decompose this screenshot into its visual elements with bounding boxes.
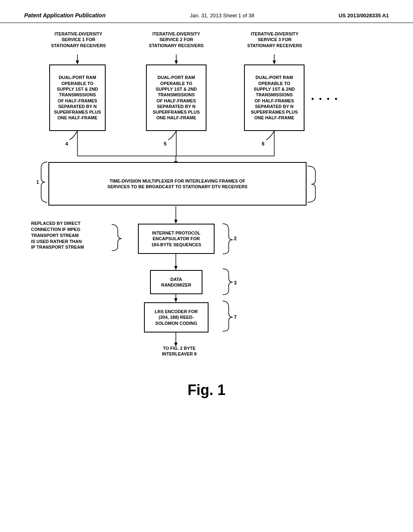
number-4-label: 4 bbox=[65, 141, 68, 147]
publication-label: Patent Application Publication bbox=[24, 12, 106, 19]
number-6-label: 6 bbox=[262, 141, 265, 147]
service1-label: ITERATIVE-DIVERSITYSERVICE 1 FORSTATIONA… bbox=[49, 31, 108, 48]
ellipsis-dots: • • • • bbox=[311, 95, 339, 103]
number-7-label: 7 bbox=[234, 314, 237, 320]
svg-marker-15 bbox=[174, 266, 177, 270]
date-sheet-label: Jan. 31, 2013 Sheet 1 of 38 bbox=[190, 12, 254, 19]
svg-marker-17 bbox=[174, 298, 177, 302]
figure-caption: Fig. 1 bbox=[154, 382, 259, 399]
lrs-encoder-box: LRS ENCODER FOR(204, 188) REED-SOLOMON C… bbox=[144, 302, 209, 332]
number-3-label: 3 bbox=[234, 280, 237, 286]
diagram-area: ITERATIVE-DIVERSITYSERVICE 1 FORSTATIONA… bbox=[25, 23, 388, 507]
randomizer-box: DATARANDOMIZER bbox=[150, 270, 202, 294]
ram-box-3: DUAL-PORT RAMOPERABLE TOSUPPLY 1ST & 2ND… bbox=[244, 64, 305, 131]
ram-box-2: DUAL-PORT RAMOPERABLE TOSUPPLY 1ST & 2ND… bbox=[146, 64, 206, 131]
ram-box-1: DUAL-PORT RAMOPERABLE TOSUPPLY 1ST & 2ND… bbox=[49, 64, 106, 131]
service3-label: ITERATIVE-DIVERSITYSERVICE 3 FORSTATIONA… bbox=[244, 31, 305, 48]
svg-marker-13 bbox=[174, 220, 177, 224]
page-header: Patent Application Publication Jan. 31, … bbox=[0, 0, 413, 23]
number-1-label: 1 bbox=[36, 179, 39, 185]
svg-marker-1 bbox=[76, 60, 79, 64]
number-5-label: 5 bbox=[164, 141, 167, 147]
encapsulator-box: INTERNET PROTOCOLENCAPSULATOR FOR184-BYT… bbox=[138, 224, 215, 254]
multiplexer-box: TIME-DIVISION MULTIPLEXER FOR INTERLEAVI… bbox=[48, 162, 307, 206]
svg-marker-5 bbox=[273, 60, 276, 64]
service2-label: ITERATIVE-DIVERSITYSERVICE 2 FORSTATIONA… bbox=[146, 31, 206, 48]
to-fig2-label: TO FIG. 2 BYTEINTERLEAVER 8 bbox=[144, 345, 215, 357]
svg-marker-3 bbox=[175, 60, 178, 64]
number-2-label: 2 bbox=[234, 236, 237, 241]
side-note-label: REPLACED BY DIRECTCONNECTION IF MPEGTRAN… bbox=[31, 220, 106, 250]
page: Patent Application Publication Jan. 31, … bbox=[0, 0, 413, 532]
patent-number-label: US 2013/0028335 A1 bbox=[338, 12, 389, 19]
